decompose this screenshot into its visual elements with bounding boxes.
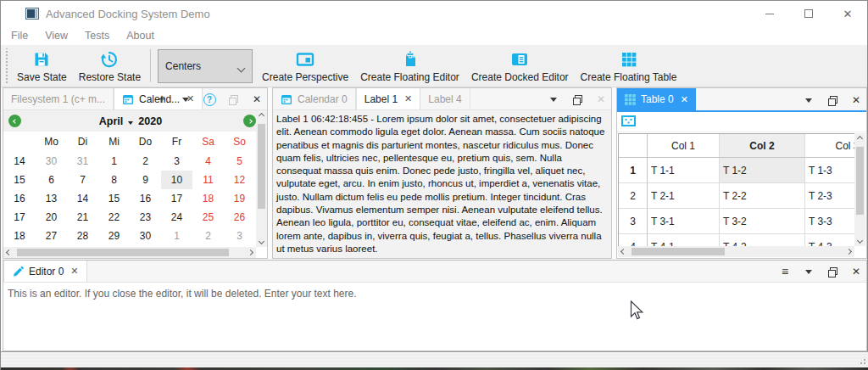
float-dock-button[interactable] [570, 92, 584, 106]
tab-label-1[interactable]: Label 1 ✕ [356, 88, 421, 109]
maximize-button[interactable] [789, 1, 828, 26]
table-cell[interactable]: T 1-3 [805, 158, 854, 183]
hscroll-thumb[interactable] [632, 248, 725, 255]
calendar-day[interactable]: 16 [130, 189, 161, 208]
help-button[interactable]: ? [203, 92, 216, 106]
scroll-left-icon[interactable] [618, 246, 629, 257]
calendar-day[interactable]: 30 [36, 152, 67, 171]
table-cell[interactable]: T 3-2 [720, 209, 805, 234]
calendar-title[interactable]: April 2020 [99, 115, 162, 127]
hscroll-thumb[interactable] [17, 249, 229, 256]
calendar-day[interactable]: 17 [161, 189, 192, 208]
tab-close-icon[interactable]: ✕ [70, 266, 78, 276]
table-row-header[interactable]: 3 [619, 209, 648, 234]
vscroll-thumb[interactable] [258, 124, 265, 209]
calendar-day[interactable]: 20 [36, 208, 67, 227]
table-cell[interactable]: T 3-3 [805, 209, 854, 234]
table-cell[interactable]: T 1-2 [720, 158, 805, 183]
tab-close-icon[interactable]: ✕ [681, 95, 688, 104]
scroll-down-icon[interactable] [854, 235, 865, 246]
close-dock-button[interactable]: ✕ [849, 93, 863, 107]
calendar-day[interactable]: 1 [98, 152, 130, 171]
calendar-day[interactable]: 8 [98, 171, 130, 189]
calendar-day[interactable]: 14 [67, 189, 98, 208]
calendar-day[interactable]: 7 [67, 171, 98, 189]
toolbar-drag-handle[interactable] [4, 48, 8, 83]
table-col-header[interactable]: Col 1 [648, 134, 720, 158]
editor-menu-button[interactable]: ≡ [778, 265, 792, 278]
minimize-button[interactable] [750, 1, 789, 26]
calendar-day[interactable]: 31 [67, 152, 98, 171]
table-row-header[interactable]: 4 [619, 234, 648, 246]
calendar-day[interactable]: 11 [192, 171, 224, 189]
tab-editor-0[interactable]: Editor 0 ✕ [3, 261, 87, 282]
calendar-day[interactable]: 22 [98, 208, 130, 227]
save-state-button[interactable]: Save State [11, 45, 73, 87]
calendar-day[interactable]: 18 [192, 189, 224, 208]
calendar-day[interactable]: 23 [130, 208, 161, 227]
table-cell[interactable]: T 2-2 [720, 183, 805, 209]
calendar-day[interactable]: 30 [130, 227, 161, 245]
resize-grip[interactable] [856, 355, 867, 366]
calendar-vscrollbar[interactable] [256, 110, 267, 247]
table-cell[interactable]: T 3-1 [648, 209, 720, 234]
scroll-up-icon[interactable] [854, 133, 865, 144]
table-cell[interactable]: T 1-1 [648, 158, 720, 183]
calendar-day[interactable]: 26 [224, 208, 255, 227]
create-floating-editor-button[interactable]: Create Floating Editor [354, 45, 465, 87]
restore-state-button[interactable]: Restore State [73, 45, 147, 87]
calendar-day[interactable]: 6 [36, 171, 67, 189]
calendar-day[interactable]: 21 [67, 208, 98, 227]
calendar-day[interactable]: 13 [36, 189, 67, 208]
float-dock-button[interactable] [226, 92, 240, 106]
scroll-left-icon[interactable] [3, 247, 14, 258]
tab-close-icon[interactable]: ✕ [404, 94, 412, 104]
calendar-day[interactable]: 28 [67, 227, 98, 245]
calendar-day[interactable]: 24 [161, 208, 192, 227]
menu-item-view[interactable]: View [36, 27, 76, 44]
editor-textarea[interactable]: This is an editor. If you close the edit… [3, 283, 866, 350]
calendar-day[interactable]: 27 [36, 227, 67, 245]
calendar-day[interactable]: 12 [224, 171, 255, 189]
tab-calendar-0[interactable]: Calendar 0 [273, 88, 356, 109]
calendar-day[interactable]: 3 [224, 227, 255, 245]
table-cell[interactable]: T 4-3 [805, 234, 854, 246]
table-vscrollbar[interactable] [854, 133, 865, 246]
table-col-header[interactable]: Col 3 [805, 134, 854, 158]
calendar-day[interactable]: 3 [161, 152, 192, 171]
table-hscrollbar[interactable] [618, 246, 854, 257]
calendar-day[interactable]: 5 [224, 152, 255, 171]
calendar-day[interactable]: 29 [98, 227, 130, 245]
scroll-down-icon[interactable] [256, 236, 267, 247]
calendar-day[interactable]: 19 [224, 189, 255, 208]
create-floating-table-button[interactable]: Create Floating Table [575, 45, 683, 87]
calendar-day[interactable]: 15 [98, 189, 130, 208]
table-row-header[interactable]: 1 [619, 158, 648, 183]
menu-item-tests[interactable]: Tests [76, 27, 118, 44]
tabs-menu-button[interactable] [179, 92, 192, 106]
calendar-prev-month-button[interactable] [8, 115, 21, 127]
create-perspective-button[interactable]: Create Perspective [256, 45, 354, 87]
calendar-day[interactable]: 2 [192, 227, 224, 245]
tabs-menu-button[interactable] [802, 93, 815, 107]
calendar-day[interactable]: 10 [161, 171, 192, 189]
menu-item-file[interactable]: File [3, 27, 36, 44]
perspective-combobox[interactable]: Centers [158, 49, 253, 83]
tab-label-4[interactable]: Label 4 [420, 88, 470, 109]
tabs-menu-button[interactable] [547, 92, 560, 106]
tabs-menu-button[interactable] [802, 265, 815, 278]
scroll-right-icon[interactable] [843, 246, 854, 257]
select-region-icon[interactable] [621, 115, 636, 129]
calendar-day[interactable]: 4 [192, 152, 224, 171]
create-docked-editor-button[interactable]: Create Docked Editor [465, 45, 575, 87]
table-row-header[interactable]: 2 [619, 183, 648, 209]
calendar-day[interactable]: 2 [130, 152, 161, 171]
float-dock-button[interactable] [826, 93, 839, 107]
calendar-day[interactable]: 1 [161, 227, 192, 245]
tab-table-0[interactable]: Table 0 ✕ [617, 88, 696, 110]
close-button[interactable]: ✕ [828, 1, 867, 26]
calendar-hscrollbar[interactable] [3, 247, 256, 258]
float-dock-button[interactable] [826, 265, 839, 278]
calendar-next-month-button[interactable] [243, 115, 256, 127]
add-tab-button[interactable]: + [155, 92, 169, 106]
